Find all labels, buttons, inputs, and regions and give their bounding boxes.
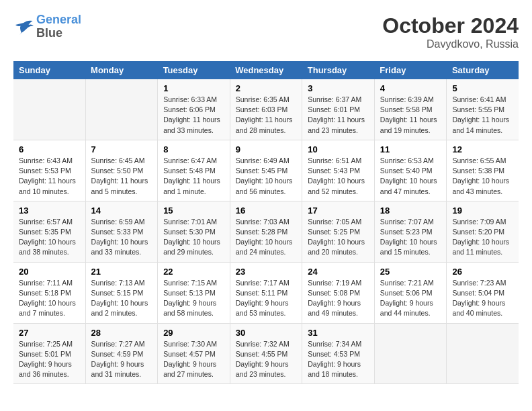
calendar-cell: 30Sunrise: 7:32 AM Sunset: 4:55 PM Dayli…: [230, 323, 302, 384]
calendar-cell: 23Sunrise: 7:17 AM Sunset: 5:11 PM Dayli…: [230, 262, 302, 323]
day-number: 9: [236, 144, 297, 154]
day-info: Sunrise: 7:25 AM Sunset: 5:01 PM Dayligh…: [19, 339, 80, 380]
calendar-cell: 12Sunrise: 6:55 AM Sunset: 5:38 PM Dayli…: [447, 140, 519, 201]
calendar-cell: 14Sunrise: 6:59 AM Sunset: 5:33 PM Dayli…: [85, 201, 158, 262]
calendar-cell: 17Sunrise: 7:05 AM Sunset: 5:25 PM Dayli…: [302, 201, 375, 262]
weekday-header: Wednesday: [230, 61, 302, 79]
day-number: 1: [163, 83, 224, 93]
day-number: 14: [91, 205, 152, 216]
day-info: Sunrise: 7:13 AM Sunset: 5:15 PM Dayligh…: [91, 278, 152, 319]
day-number: 18: [380, 205, 441, 216]
day-number: 4: [380, 83, 441, 93]
day-number: 21: [91, 267, 152, 277]
day-number: 11: [380, 144, 441, 154]
day-info: Sunrise: 7:30 AM Sunset: 4:57 PM Dayligh…: [163, 339, 224, 380]
calendar-cell: 8Sunrise: 6:47 AM Sunset: 5:48 PM Daylig…: [158, 140, 230, 201]
day-number: 2: [236, 83, 297, 93]
day-info: Sunrise: 7:21 AM Sunset: 5:06 PM Dayligh…: [380, 278, 441, 319]
calendar-cell: 2Sunrise: 6:35 AM Sunset: 6:03 PM Daylig…: [230, 79, 302, 140]
day-number: 19: [452, 205, 513, 216]
calendar-week-row: 1Sunrise: 6:33 AM Sunset: 6:06 PM Daylig…: [13, 79, 519, 140]
calendar-cell: 10Sunrise: 6:51 AM Sunset: 5:43 PM Dayli…: [302, 140, 375, 201]
weekday-header: Tuesday: [158, 61, 230, 79]
day-number: 24: [308, 267, 369, 277]
page-header: General Blue October 2024 Davydkovo, Rus…: [13, 13, 519, 50]
day-number: 25: [380, 267, 441, 277]
calendar-cell: 20Sunrise: 7:11 AM Sunset: 5:18 PM Dayli…: [13, 262, 85, 323]
day-number: 17: [308, 205, 369, 216]
weekday-header-row: SundayMondayTuesdayWednesdayThursdayFrid…: [13, 61, 519, 79]
day-info: Sunrise: 6:53 AM Sunset: 5:40 PM Dayligh…: [380, 156, 441, 197]
day-info: Sunrise: 6:49 AM Sunset: 5:45 PM Dayligh…: [236, 156, 297, 197]
calendar-cell: 19Sunrise: 7:09 AM Sunset: 5:20 PM Dayli…: [447, 201, 519, 262]
day-info: Sunrise: 6:35 AM Sunset: 6:03 PM Dayligh…: [236, 95, 297, 136]
calendar-subtitle: Davydkovo, Russia: [382, 38, 519, 50]
day-number: 29: [163, 328, 224, 338]
weekday-header: Monday: [85, 61, 158, 79]
logo-icon: [13, 19, 34, 35]
day-number: 13: [19, 205, 80, 216]
title-block: October 2024 Davydkovo, Russia: [382, 13, 519, 50]
day-info: Sunrise: 6:55 AM Sunset: 5:38 PM Dayligh…: [452, 156, 513, 197]
day-number: 26: [452, 267, 513, 277]
day-info: Sunrise: 7:17 AM Sunset: 5:11 PM Dayligh…: [236, 278, 297, 319]
day-info: Sunrise: 7:34 AM Sunset: 4:53 PM Dayligh…: [308, 339, 369, 380]
calendar-week-row: 27Sunrise: 7:25 AM Sunset: 5:01 PM Dayli…: [13, 323, 519, 384]
day-number: 23: [236, 267, 297, 277]
day-number: 16: [236, 205, 297, 216]
logo: General Blue: [13, 13, 81, 40]
calendar-cell: 9Sunrise: 6:49 AM Sunset: 5:45 PM Daylig…: [230, 140, 302, 201]
day-info: Sunrise: 6:57 AM Sunset: 5:35 PM Dayligh…: [19, 217, 80, 258]
calendar-cell: 29Sunrise: 7:30 AM Sunset: 4:57 PM Dayli…: [158, 323, 230, 384]
calendar-cell: [447, 323, 519, 384]
calendar-week-row: 13Sunrise: 6:57 AM Sunset: 5:35 PM Dayli…: [13, 201, 519, 262]
calendar-cell: 16Sunrise: 7:03 AM Sunset: 5:28 PM Dayli…: [230, 201, 302, 262]
calendar-cell: 21Sunrise: 7:13 AM Sunset: 5:15 PM Dayli…: [85, 262, 158, 323]
calendar-cell: [85, 79, 158, 140]
day-info: Sunrise: 7:23 AM Sunset: 5:04 PM Dayligh…: [452, 278, 513, 319]
weekday-header: Sunday: [13, 61, 85, 79]
day-number: 12: [452, 144, 513, 154]
day-number: 27: [19, 328, 80, 338]
day-number: 10: [308, 144, 369, 154]
calendar-cell: 3Sunrise: 6:37 AM Sunset: 6:01 PM Daylig…: [302, 79, 375, 140]
day-info: Sunrise: 6:47 AM Sunset: 5:48 PM Dayligh…: [163, 156, 224, 197]
weekday-header: Friday: [374, 61, 447, 79]
day-info: Sunrise: 7:01 AM Sunset: 5:30 PM Dayligh…: [163, 217, 224, 258]
calendar-cell: 25Sunrise: 7:21 AM Sunset: 5:06 PM Dayli…: [374, 262, 447, 323]
day-number: 28: [91, 328, 152, 338]
day-info: Sunrise: 6:33 AM Sunset: 6:06 PM Dayligh…: [163, 95, 224, 136]
calendar-title: October 2024: [382, 13, 519, 38]
day-number: 8: [163, 144, 224, 154]
day-number: 6: [19, 144, 80, 154]
day-number: 20: [19, 267, 80, 277]
day-info: Sunrise: 6:39 AM Sunset: 5:58 PM Dayligh…: [380, 95, 441, 136]
calendar-week-row: 6Sunrise: 6:43 AM Sunset: 5:53 PM Daylig…: [13, 140, 519, 201]
day-number: 31: [308, 328, 369, 338]
calendar-table: SundayMondayTuesdayWednesdayThursdayFrid…: [13, 61, 519, 384]
calendar-cell: 22Sunrise: 7:15 AM Sunset: 5:13 PM Dayli…: [158, 262, 230, 323]
day-info: Sunrise: 7:09 AM Sunset: 5:20 PM Dayligh…: [452, 217, 513, 258]
calendar-cell: 15Sunrise: 7:01 AM Sunset: 5:30 PM Dayli…: [158, 201, 230, 262]
day-number: 15: [163, 205, 224, 216]
calendar-cell: 11Sunrise: 6:53 AM Sunset: 5:40 PM Dayli…: [374, 140, 447, 201]
calendar-cell: 31Sunrise: 7:34 AM Sunset: 4:53 PM Dayli…: [302, 323, 375, 384]
day-number: 22: [163, 267, 224, 277]
day-info: Sunrise: 6:37 AM Sunset: 6:01 PM Dayligh…: [308, 95, 369, 136]
day-info: Sunrise: 7:19 AM Sunset: 5:08 PM Dayligh…: [308, 278, 369, 319]
calendar-cell: 5Sunrise: 6:41 AM Sunset: 5:55 PM Daylig…: [447, 79, 519, 140]
calendar-cell: [374, 323, 447, 384]
day-info: Sunrise: 6:41 AM Sunset: 5:55 PM Dayligh…: [452, 95, 513, 136]
calendar-cell: 1Sunrise: 6:33 AM Sunset: 6:06 PM Daylig…: [158, 79, 230, 140]
day-number: 5: [452, 83, 513, 93]
day-info: Sunrise: 6:43 AM Sunset: 5:53 PM Dayligh…: [19, 156, 80, 197]
day-info: Sunrise: 7:32 AM Sunset: 4:55 PM Dayligh…: [236, 339, 297, 380]
calendar-cell: 4Sunrise: 6:39 AM Sunset: 5:58 PM Daylig…: [374, 79, 447, 140]
day-info: Sunrise: 6:45 AM Sunset: 5:50 PM Dayligh…: [91, 156, 152, 197]
logo-text: General Blue: [36, 13, 81, 40]
day-info: Sunrise: 7:03 AM Sunset: 5:28 PM Dayligh…: [236, 217, 297, 258]
calendar-cell: 13Sunrise: 6:57 AM Sunset: 5:35 PM Dayli…: [13, 201, 85, 262]
calendar-cell: 27Sunrise: 7:25 AM Sunset: 5:01 PM Dayli…: [13, 323, 85, 384]
calendar-cell: 6Sunrise: 6:43 AM Sunset: 5:53 PM Daylig…: [13, 140, 85, 201]
calendar-cell: 28Sunrise: 7:27 AM Sunset: 4:59 PM Dayli…: [85, 323, 158, 384]
